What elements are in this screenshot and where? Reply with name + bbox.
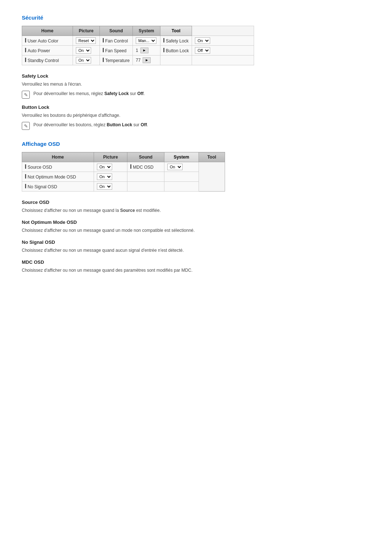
osd-menu-table: Home Picture Sound System Tool Source OS…	[22, 152, 225, 192]
mdc-osd-value[interactable]: OnOff	[164, 162, 199, 172]
temperature-display: 77	[136, 58, 140, 63]
osd-row-1: Source OSD OnOff MDC OSD OnOff	[22, 162, 225, 172]
item-bar	[25, 184, 26, 188]
osd-row-2: Not Optimum Mode OSD OnOff	[22, 172, 225, 182]
mdc-osd-heading: MDC OSD	[22, 259, 370, 265]
standby-control-value[interactable]: OnOff	[73, 56, 100, 65]
item-bar	[163, 38, 164, 42]
tab-system-osd[interactable]: System	[164, 152, 199, 162]
button-lock-section: Button Lock Verrouillez les boutons du p…	[22, 104, 370, 130]
not-optimum-section: Not Optimum Mode OSD Choisissez d'affich…	[22, 219, 370, 234]
tab-tool-securite[interactable]: Tool	[160, 26, 192, 36]
mdc-osd-select[interactable]: OnOff	[167, 164, 183, 170]
not-optimum-description: Choisissez d'afficher ou non un message …	[22, 227, 370, 234]
source-osd-description: Choisissez d'afficher ou non un message …	[22, 207, 370, 214]
standby-control-label: Standby Control	[22, 56, 73, 65]
safety-lock-note-text: Pour déverrouiller les menus, réglez Saf…	[33, 90, 145, 97]
user-auto-color-value[interactable]: Reset	[73, 36, 100, 46]
temperature-value[interactable]: 77 ►	[133, 56, 160, 65]
safety-lock-description: Verrouillez les menus à l'écran.	[22, 81, 370, 87]
no-signal-description: Choisissez d'afficher ou non un message …	[22, 247, 370, 254]
securite-row-2: Auto Power OnOff Fan Speed 1 ►	[22, 46, 254, 56]
note-icon-safety: ✎	[22, 91, 30, 99]
button-lock-note-box: ✎ Pour déverrouiller les boutons, réglez…	[22, 122, 370, 130]
fan-speed-arrow[interactable]: ►	[140, 48, 148, 53]
tab-picture-securite[interactable]: Picture	[73, 26, 100, 36]
securite-title: Sécurité	[22, 15, 370, 21]
mdc-osd-section: MDC OSD Choisissez d'afficher ou non un …	[22, 259, 370, 274]
source-osd-label: Source OSD	[22, 162, 94, 172]
fan-control-value[interactable]: Man...Auto	[133, 36, 160, 46]
user-auto-color-label: User Auto Color	[22, 36, 73, 46]
temperature-arrow[interactable]: ►	[143, 57, 151, 63]
securite-section: Sécurité Home Picture Sound System Tool …	[22, 15, 370, 130]
fan-control-label: Fan Control	[99, 36, 132, 46]
source-osd-heading: Source OSD	[22, 200, 370, 205]
empty-cell-2	[192, 56, 254, 65]
osd-tab-row: Home Picture Sound System Tool	[22, 152, 225, 162]
item-bar	[163, 48, 164, 52]
tab-tool-osd[interactable]: Tool	[199, 152, 225, 162]
not-optimum-label: Not Optimum Mode OSD	[22, 172, 94, 182]
safety-lock-select[interactable]: OnOff	[195, 37, 210, 44]
note-icon-button: ✎	[22, 122, 30, 130]
no-signal-select[interactable]: OnOff	[97, 183, 112, 190]
affichage-osd-title: Affichage OSD	[22, 141, 370, 147]
item-bar	[130, 164, 131, 169]
temperature-label: Temperature	[99, 56, 132, 65]
mdc-osd-description: Choisissez d'afficher ou non un message …	[22, 267, 370, 274]
osd-row-3: No Signal OSD OnOff	[22, 182, 225, 192]
not-optimum-value[interactable]: OnOff	[94, 172, 127, 182]
tab-picture-osd[interactable]: Picture	[94, 152, 127, 162]
auto-power-value[interactable]: OnOff	[73, 46, 100, 56]
tab-sound-securite[interactable]: Sound	[99, 26, 132, 36]
empty-cell-1	[160, 56, 192, 65]
fan-speed-value[interactable]: 1 ►	[133, 46, 160, 56]
no-signal-heading: No Signal OSD	[22, 239, 370, 245]
button-lock-value[interactable]: OffOn	[192, 46, 254, 56]
tab-sound-osd[interactable]: Sound	[127, 152, 164, 162]
no-signal-label: No Signal OSD	[22, 182, 94, 192]
item-bar	[25, 58, 26, 62]
no-signal-value[interactable]: OnOff	[94, 182, 127, 192]
affichage-osd-section: Affichage OSD Home Picture Sound System …	[22, 141, 370, 274]
mdc-osd-label: MDC OSD	[127, 162, 164, 172]
tab-home-osd[interactable]: Home	[22, 152, 94, 162]
tab-home-securite[interactable]: Home	[22, 26, 73, 36]
button-lock-select[interactable]: OffOn	[195, 47, 210, 54]
auto-power-select[interactable]: OnOff	[76, 47, 91, 54]
tab-empty-securite	[192, 26, 254, 36]
securite-menu-table: Home Picture Sound System Tool User Auto…	[22, 26, 254, 65]
fan-speed-label: Fan Speed	[99, 46, 132, 56]
button-lock-label: Button Lock	[160, 46, 192, 56]
source-osd-section: Source OSD Choisissez d'afficher ou non …	[22, 200, 370, 214]
securite-row-3: Standby Control OnOff Temperature 77 ►	[22, 56, 254, 65]
safety-lock-section: Safety Lock Verrouillez les menus à l'éc…	[22, 73, 370, 99]
fan-speed-display: 1	[136, 48, 138, 53]
standby-control-select[interactable]: OnOff	[76, 57, 91, 63]
safety-lock-label: Safety Lock	[160, 36, 192, 46]
securite-row-1: User Auto Color Reset Fan Control Man...…	[22, 36, 254, 46]
empty-osd-col4	[164, 172, 199, 182]
tab-system-securite[interactable]: System	[133, 26, 160, 36]
securite-tab-row: Home Picture Sound System Tool	[22, 26, 254, 36]
empty-osd-col3	[127, 172, 164, 182]
no-signal-section: No Signal OSD Choisissez d'afficher ou n…	[22, 239, 370, 254]
button-lock-description: Verrouillez les boutons du périphérique …	[22, 112, 370, 119]
safety-lock-note-box: ✎ Pour déverrouiller les menus, réglez S…	[22, 90, 370, 99]
item-bar	[103, 58, 104, 62]
item-bar	[25, 174, 26, 178]
user-auto-color-select[interactable]: Reset	[76, 37, 96, 44]
not-optimum-select[interactable]: OnOff	[97, 173, 112, 180]
safety-lock-heading: Safety Lock	[22, 73, 370, 79]
source-osd-value[interactable]: OnOff	[94, 162, 127, 172]
empty-osd-col3b	[127, 182, 164, 192]
item-bar	[103, 38, 104, 42]
item-bar	[25, 164, 26, 169]
item-bar	[103, 48, 104, 52]
safety-lock-value[interactable]: OnOff	[192, 36, 254, 46]
fan-control-select[interactable]: Man...Auto	[136, 37, 156, 44]
button-lock-heading: Button Lock	[22, 104, 370, 110]
source-osd-select[interactable]: OnOff	[97, 164, 112, 170]
item-bar	[25, 48, 26, 52]
